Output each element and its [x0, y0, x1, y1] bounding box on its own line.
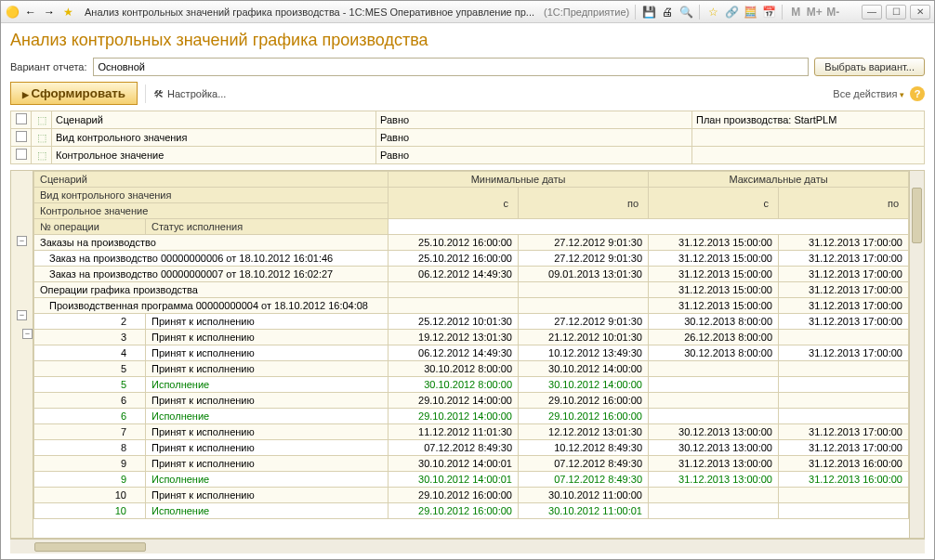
- calc-icon[interactable]: 🧮: [743, 5, 757, 20]
- table-row[interactable]: 4Принят к исполнению06.12.2012 14:49:301…: [34, 345, 909, 361]
- filter-checkbox[interactable]: [16, 131, 27, 142]
- op-status: Принят к исполнению: [146, 345, 388, 361]
- min-po: 21.12.2012 10:01:30: [519, 330, 649, 345]
- max-po: [779, 488, 909, 503]
- col-max-po: по: [779, 188, 909, 219]
- window-subtitle: (1С:Предприятие): [544, 7, 629, 18]
- choose-variant-button[interactable]: Выбрать вариант...: [814, 58, 925, 76]
- op-number: 8: [34, 440, 146, 456]
- filter-value[interactable]: [692, 147, 925, 164]
- filter-checkbox[interactable]: [16, 113, 27, 124]
- table-row[interactable]: 7Принят к исполнению11.12.2012 11:01:301…: [34, 424, 909, 440]
- maximize-button[interactable]: ☐: [886, 5, 906, 20]
- op-number: 6: [34, 393, 146, 409]
- expand-toggle[interactable]: −: [22, 329, 33, 339]
- max-s: 30.12.2013 8:00:00: [649, 345, 779, 361]
- minimize-button[interactable]: —: [862, 5, 882, 20]
- max-po: [779, 361, 909, 377]
- filter-name: Сценарий: [52, 111, 376, 129]
- variant-input[interactable]: [93, 58, 810, 76]
- max-s: [649, 409, 779, 424]
- op-status: Принят к исполнению: [146, 488, 388, 503]
- app-icon: 🟡: [5, 5, 20, 20]
- table-row[interactable]: Заказы на производство25.10.2012 16:00:0…: [34, 235, 909, 251]
- table-row[interactable]: 10Исполнение29.10.2012 16:00:0030.10.201…: [34, 503, 909, 519]
- max-s: [649, 393, 779, 409]
- expand-toggle[interactable]: −: [17, 236, 27, 246]
- col-status: Статус исполнения: [146, 219, 388, 235]
- report-scroll[interactable]: Сценарий Минимальные даты Максимальные д…: [33, 171, 909, 538]
- min-s: 25.12.2012 10:01:30: [388, 314, 519, 330]
- table-row[interactable]: 10Принят к исполнению29.10.2012 16:00:00…: [34, 488, 909, 503]
- op-status: Исполнение: [146, 409, 388, 424]
- table-row[interactable]: 9Исполнение30.10.2012 14:00:0107.12.2012…: [34, 472, 909, 488]
- close-button[interactable]: ✕: [910, 5, 930, 20]
- calendar-icon[interactable]: 📅: [761, 5, 776, 20]
- settings-label: Настройка...: [167, 88, 226, 99]
- filter-checkbox[interactable]: [16, 149, 27, 160]
- mem-m-icon[interactable]: M: [788, 5, 803, 20]
- table-row[interactable]: 5Принят к исполнению30.10.2012 8:00:0030…: [34, 361, 909, 377]
- expand-toggle[interactable]: −: [17, 310, 27, 320]
- min-s: [388, 298, 519, 314]
- op-number: 5: [34, 377, 146, 393]
- horizontal-scrollbar[interactable]: [10, 539, 925, 553]
- op-status: Принят к исполнению: [146, 440, 388, 456]
- star-icon[interactable]: ☆: [705, 5, 720, 20]
- filter-value[interactable]: План производства: StartPLM: [692, 111, 925, 129]
- col-scenario: Сценарий: [34, 172, 388, 188]
- max-po: [779, 330, 909, 345]
- filter-op[interactable]: Равно: [376, 147, 692, 164]
- row-label: Заказ на производство 00000000006 от 18.…: [34, 251, 388, 267]
- generate-button[interactable]: Сформировать: [10, 82, 138, 105]
- op-status: Принят к исполнению: [146, 424, 388, 440]
- min-po: 30.10.2012 11:00:00: [519, 488, 649, 503]
- tree-gutter: − − −: [11, 171, 33, 538]
- table-row[interactable]: 9Принят к исполнению30.10.2012 14:00:010…: [34, 456, 909, 472]
- filter-op[interactable]: Равно: [376, 111, 692, 129]
- table-row[interactable]: 3Принят к исполнению19.12.2012 13:01:302…: [34, 330, 909, 345]
- nav-back-icon[interactable]: ←: [23, 5, 38, 20]
- max-po: 31.12.2013 17:00:00: [779, 282, 909, 298]
- table-row[interactable]: Операции графика производства31.12.2013 …: [34, 282, 909, 298]
- op-number: 7: [34, 424, 146, 440]
- max-s: 31.12.2013 15:00:00: [649, 267, 779, 282]
- settings-link[interactable]: 🛠 Настройка...: [153, 88, 226, 99]
- all-actions-dropdown[interactable]: Все действия: [833, 88, 904, 99]
- col-max-s: с: [649, 188, 779, 219]
- min-po: 10.12.2012 13:49:30: [519, 345, 649, 361]
- op-number: 10: [34, 503, 146, 519]
- table-row[interactable]: 8Принят к исполнению07.12.2012 8:49:3010…: [34, 440, 909, 456]
- min-s: 29.10.2012 16:00:00: [388, 503, 519, 519]
- max-po: 31.12.2013 17:00:00: [779, 424, 909, 440]
- action-toolbar: Сформировать 🛠 Настройка... Все действия…: [10, 82, 925, 105]
- help-button[interactable]: ?: [910, 86, 925, 101]
- min-s: 30.10.2012 14:00:01: [388, 456, 519, 472]
- min-s: 29.10.2012 14:00:00: [388, 393, 519, 409]
- max-s: [649, 488, 779, 503]
- table-row[interactable]: Производственная программа 00000000004 о…: [34, 298, 909, 314]
- col-kind: Вид контрольного значения: [34, 188, 388, 203]
- link-icon[interactable]: 🔗: [724, 5, 739, 20]
- save-icon[interactable]: 💾: [641, 5, 656, 20]
- favorite-icon[interactable]: ★: [60, 5, 75, 20]
- row-label: Заказы на производство: [34, 235, 388, 251]
- min-s: 29.10.2012 16:00:00: [388, 488, 519, 503]
- vertical-scrollbar[interactable]: [909, 171, 924, 538]
- table-row[interactable]: 2Принят к исполнению25.12.2012 10:01:302…: [34, 314, 909, 330]
- table-row[interactable]: 6Принят к исполнению29.10.2012 14:00:002…: [34, 393, 909, 409]
- table-row[interactable]: 6Исполнение29.10.2012 14:00:0029.10.2012…: [34, 409, 909, 424]
- print-icon[interactable]: 🖨: [660, 5, 675, 20]
- mem-mminus-icon[interactable]: M-: [825, 5, 840, 20]
- table-row[interactable]: Заказ на производство 00000000006 от 18.…: [34, 251, 909, 267]
- filter-op[interactable]: Равно: [376, 129, 692, 147]
- table-row[interactable]: Заказ на производство 00000000007 от 18.…: [34, 267, 909, 282]
- filter-value[interactable]: [692, 129, 925, 147]
- preview-icon[interactable]: 🔍: [678, 5, 693, 20]
- table-row[interactable]: 5Исполнение30.10.2012 8:00:0030.10.2012 …: [34, 377, 909, 393]
- max-s: 30.12.2013 13:00:00: [649, 440, 779, 456]
- nav-fwd-icon[interactable]: →: [42, 5, 57, 20]
- op-status: Принят к исполнению: [146, 330, 388, 345]
- mem-mplus-icon[interactable]: M+: [807, 5, 822, 20]
- op-number: 4: [34, 345, 146, 361]
